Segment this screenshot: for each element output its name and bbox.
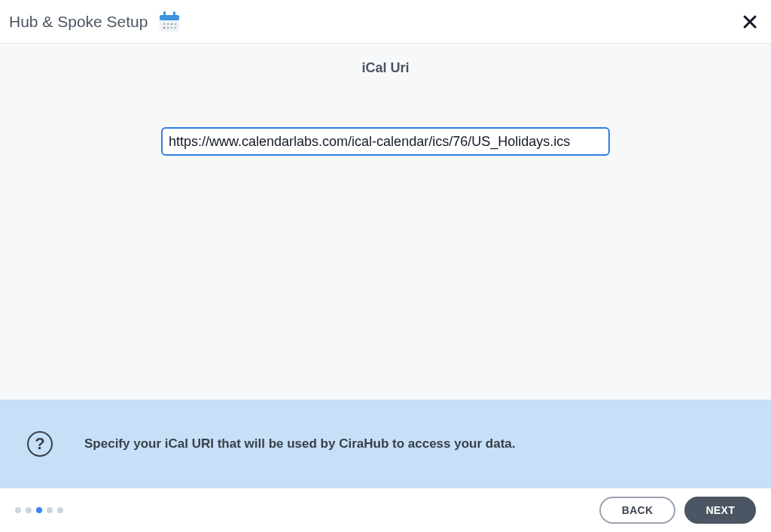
progress-dot: [15, 507, 21, 513]
close-button[interactable]: [741, 13, 759, 31]
progress-dot: [47, 507, 53, 513]
svg-rect-1: [160, 15, 179, 20]
modal-header: Hub & Spoke Setup: [0, 0, 771, 44]
svg-point-8: [163, 26, 166, 29]
help-banner: ? Specify your iCal URI that will be use…: [0, 400, 771, 488]
progress-dot: [36, 507, 42, 513]
svg-rect-2: [163, 11, 166, 17]
svg-point-11: [175, 26, 177, 29]
help-icon[interactable]: ?: [27, 431, 53, 457]
svg-point-6: [171, 23, 173, 25]
help-text: Specify your iCal URI that will be used …: [84, 436, 515, 451]
progress-dot: [57, 507, 63, 513]
svg-point-10: [171, 26, 173, 29]
close-icon: [742, 14, 757, 29]
app-root: Hub & Spoke Setup: [0, 0, 771, 532]
svg-point-9: [167, 26, 169, 29]
svg-point-7: [175, 23, 177, 25]
next-button[interactable]: NEXT: [684, 497, 756, 524]
modal-title: Hub & Spoke Setup: [9, 13, 148, 31]
calendar-icon: [157, 9, 182, 35]
main-content: iCal Uri: [0, 44, 771, 400]
back-button[interactable]: BACK: [599, 497, 676, 524]
ical-uri-field-wrap: [161, 127, 610, 156]
progress-dot: [26, 507, 32, 513]
modal-footer: BACK NEXT: [0, 488, 771, 532]
ical-uri-input[interactable]: [161, 127, 610, 156]
svg-point-4: [163, 23, 166, 25]
progress-indicator: [15, 507, 63, 513]
svg-point-5: [167, 23, 169, 25]
ical-uri-label: iCal Uri: [361, 60, 409, 76]
svg-rect-3: [173, 11, 175, 17]
